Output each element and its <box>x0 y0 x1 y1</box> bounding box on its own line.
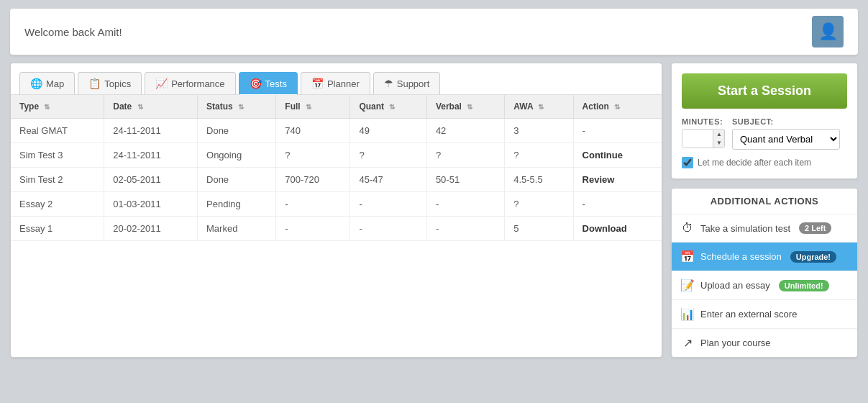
cell-quant: - <box>350 217 426 241</box>
additional-actions-title: ADDITIONAL ACTIONS <box>672 189 857 214</box>
cell-type: Essay 2 <box>11 192 104 217</box>
schedule-badge: Upgrade! <box>790 251 836 263</box>
cell-awa: 3 <box>505 119 573 143</box>
tests-table: Type ⇅ Date ⇅ Status ⇅ Full ⇅ <box>11 95 662 241</box>
cell-status: Done <box>198 119 276 143</box>
minutes-label: MINUTES: <box>682 117 725 126</box>
col-type[interactable]: Type ⇅ <box>11 95 104 119</box>
cell-full: ? <box>276 143 350 168</box>
minutes-input-wrap: ▲ ▼ <box>682 129 725 148</box>
col-full[interactable]: Full ⇅ <box>276 95 350 119</box>
tab-planner[interactable]: 📅 Planner <box>301 72 370 95</box>
user-icon: 👤 <box>818 22 838 41</box>
cell-type: Sim Test 3 <box>11 143 104 168</box>
essay-icon: 📝 <box>680 279 695 292</box>
cell-action: - <box>573 192 662 217</box>
welcome-text: Welcome back Amit! <box>24 26 122 38</box>
cell-verbal: ? <box>426 143 504 168</box>
action-item-course[interactable]: ↗ Plan your course <box>672 329 857 357</box>
minutes-down-button[interactable]: ▼ <box>713 139 725 148</box>
tab-topics[interactable]: 📋 Topics <box>78 72 142 95</box>
cell-date: 24-11-2011 <box>104 143 198 168</box>
cell-status: Pending <box>198 192 276 217</box>
nav-tabs: 🌐 Map 📋 Topics 📈 Performance 🎯 Tests 📅 P… <box>11 63 662 95</box>
course-label: Plan your course <box>700 338 771 348</box>
simulation-icon: ⏱ <box>680 222 695 235</box>
cell-awa: ? <box>505 143 573 168</box>
external-label: Enter an external score <box>700 309 797 320</box>
planner-icon: 📅 <box>311 78 324 89</box>
cell-quant: ? <box>350 143 426 168</box>
col-status[interactable]: Status ⇅ <box>198 95 276 119</box>
minutes-up-button[interactable]: ▲ <box>713 130 725 139</box>
cell-quant: - <box>350 192 426 217</box>
support-icon: ☂ <box>384 78 393 89</box>
cell-date: 20-02-2011 <box>104 217 198 241</box>
table-row: Sim Test 202-05-2011Done700-72045-4750-5… <box>11 168 662 192</box>
col-verbal[interactable]: Verbal ⇅ <box>426 95 504 119</box>
schedule-icon: 📅 <box>680 250 695 263</box>
topics-icon: 📋 <box>88 78 101 89</box>
essay-label: Upload an essay <box>700 280 770 291</box>
cell-status: Done <box>198 168 276 192</box>
cell-verbal: - <box>426 192 504 217</box>
external-icon: 📊 <box>680 307 695 321</box>
cell-awa: 5 <box>505 217 573 241</box>
performance-icon: 📈 <box>155 78 168 89</box>
subject-label: SUBJECT: <box>732 117 840 126</box>
cell-action[interactable]: Continue <box>573 143 662 168</box>
cell-status: Marked <box>198 217 276 241</box>
map-icon: 🌐 <box>30 78 42 89</box>
cell-action[interactable]: Download <box>573 217 662 241</box>
cell-full: 700-720 <box>276 168 350 192</box>
action-item-schedule[interactable]: 📅 Schedule a session Upgrade! <box>672 243 857 271</box>
essay-badge: Unlimited! <box>779 280 829 291</box>
left-panel: 🌐 Map 📋 Topics 📈 Performance 🎯 Tests 📅 P… <box>10 63 662 358</box>
simulation-badge: 2 Left <box>799 222 831 234</box>
session-box: Start a Session MINUTES: ▲ ▼ SUBJECT: <box>671 63 858 179</box>
cell-quant: 49 <box>350 119 426 143</box>
action-item-external[interactable]: 📊 Enter an external score <box>672 300 857 329</box>
tab-support[interactable]: ☂ Support <box>373 72 441 95</box>
tab-map[interactable]: 🌐 Map <box>19 72 75 95</box>
cell-awa: 4.5-5.5 <box>505 168 573 192</box>
decide-checkbox[interactable] <box>682 157 693 168</box>
additional-actions-box: ADDITIONAL ACTIONS ⏱ Take a simulation t… <box>671 188 858 358</box>
subject-select[interactable]: Quant and Verbal Quant Only Verbal Only <box>732 129 840 150</box>
decide-label: Let me decide after each item <box>698 158 811 168</box>
cell-date: 02-05-2011 <box>104 168 198 192</box>
col-date[interactable]: Date ⇅ <box>104 95 198 119</box>
table-row: Essay 120-02-2011Marked---5Download <box>11 217 662 241</box>
cell-awa: ? <box>505 192 573 217</box>
action-item-essay[interactable]: 📝 Upload an essay Unlimited! <box>672 271 857 300</box>
cell-full: - <box>276 192 350 217</box>
table-row: Real GMAT24-11-2011Done74049423- <box>11 119 662 143</box>
tab-performance[interactable]: 📈 Performance <box>145 72 235 95</box>
minutes-input[interactable] <box>682 130 713 148</box>
tests-icon: 🎯 <box>250 78 262 89</box>
cell-type: Essay 1 <box>11 217 104 241</box>
course-icon: ↗ <box>680 336 695 350</box>
tab-tests[interactable]: 🎯 Tests <box>239 72 298 95</box>
cell-full: - <box>276 217 350 241</box>
table-row: Essay 201-03-2011Pending---?- <box>11 192 662 217</box>
right-panel: Start a Session MINUTES: ▲ ▼ SUBJECT: <box>671 63 858 358</box>
cell-date: 24-11-2011 <box>104 119 198 143</box>
cell-quant: 45-47 <box>350 168 426 192</box>
cell-action[interactable]: Review <box>573 168 662 192</box>
decide-checkbox-row: Let me decide after each item <box>682 157 847 168</box>
col-action[interactable]: Action ⇅ <box>573 95 662 119</box>
action-item-simulation[interactable]: ⏱ Take a simulation test 2 Left <box>672 214 857 243</box>
cell-verbal: - <box>426 217 504 241</box>
start-session-button[interactable]: Start a Session <box>682 73 847 109</box>
cell-full: 740 <box>276 119 350 143</box>
col-awa[interactable]: AWA ⇅ <box>505 95 573 119</box>
cell-verbal: 42 <box>426 119 504 143</box>
avatar-button[interactable]: 👤 <box>812 16 844 47</box>
top-bar: Welcome back Amit! 👤 <box>10 9 858 55</box>
cell-status: Ongoing <box>198 143 276 168</box>
cell-action: - <box>573 119 662 143</box>
cell-verbal: 50-51 <box>426 168 504 192</box>
simulation-label: Take a simulation test <box>700 223 790 234</box>
col-quant[interactable]: Quant ⇅ <box>350 95 426 119</box>
